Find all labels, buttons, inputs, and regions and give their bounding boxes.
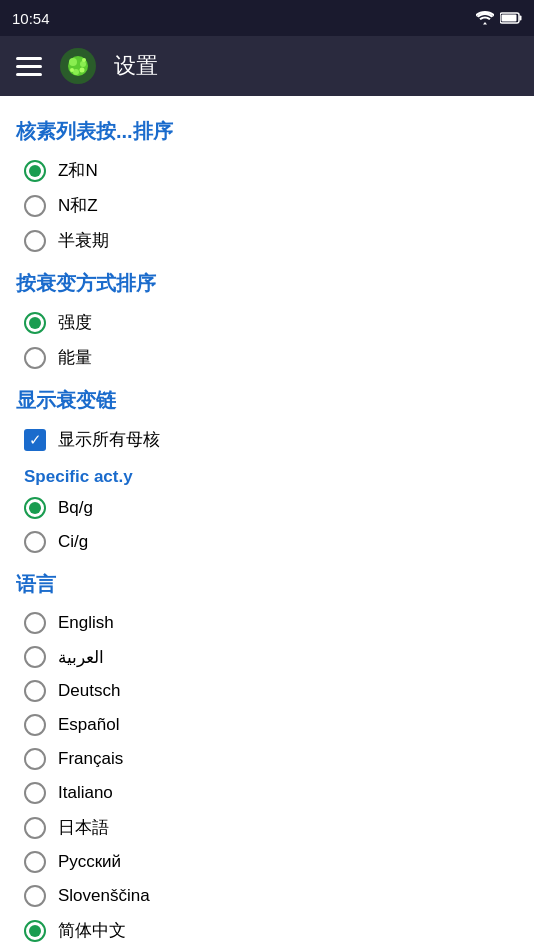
radio-slovenscina-label: Slovenščina xyxy=(58,886,150,906)
radio-halflife-outer xyxy=(24,230,46,252)
svg-rect-1 xyxy=(520,16,522,21)
radio-francais[interactable]: Français xyxy=(16,742,518,776)
radio-n-z[interactable]: N和Z xyxy=(16,188,518,223)
section-specific-act-heading: Specific act.y xyxy=(24,467,510,487)
top-bar: 设置 xyxy=(0,36,534,96)
radio-english[interactable]: English xyxy=(16,606,518,640)
radio-halflife-label: 半衰期 xyxy=(58,229,109,252)
radio-intensity-label: 强度 xyxy=(58,311,92,334)
radio-z-n-inner xyxy=(29,165,41,177)
radio-ci-g[interactable]: Ci/g xyxy=(16,525,518,559)
radio-ci-g-outer xyxy=(24,531,46,553)
radio-arabic-outer xyxy=(24,646,46,668)
checkbox-show-all-parents-box: ✓ xyxy=(24,429,46,451)
radio-bq-g-inner xyxy=(29,502,41,514)
radio-ci-g-label: Ci/g xyxy=(58,532,88,552)
svg-point-9 xyxy=(70,68,74,72)
radio-english-label: English xyxy=(58,613,114,633)
radio-simplified-chinese-label: 简体中文 xyxy=(58,919,126,942)
radio-espanol[interactable]: Español xyxy=(16,708,518,742)
radio-bq-g-outer xyxy=(24,497,46,519)
radio-simplified-chinese[interactable]: 简体中文 xyxy=(16,913,518,948)
radio-deutsch[interactable]: Deutsch xyxy=(16,674,518,708)
radio-arabic-label: العربية xyxy=(58,647,104,668)
section-sort-list-heading: 核素列表按...排序 xyxy=(16,118,518,145)
settings-content: 核素列表按...排序 Z和N N和Z 半衰期 按衰变方式排序 强度 能量 显示衰… xyxy=(0,96,534,950)
radio-italiano-outer xyxy=(24,782,46,804)
radio-japanese-outer xyxy=(24,817,46,839)
checkbox-show-all-parents[interactable]: ✓ 显示所有母核 xyxy=(16,422,518,457)
radio-energy[interactable]: 能量 xyxy=(16,340,518,375)
radio-z-n[interactable]: Z和N xyxy=(16,153,518,188)
radio-japanese[interactable]: 日本語 xyxy=(16,810,518,845)
battery-icon xyxy=(500,12,522,24)
radio-english-outer xyxy=(24,612,46,634)
radio-italiano[interactable]: Italiano xyxy=(16,776,518,810)
app-logo xyxy=(58,46,98,86)
radio-deutsch-label: Deutsch xyxy=(58,681,120,701)
radio-halflife[interactable]: 半衰期 xyxy=(16,223,518,258)
radio-z-n-label: Z和N xyxy=(58,159,98,182)
radio-russian-outer xyxy=(24,851,46,873)
radio-n-z-label: N和Z xyxy=(58,194,98,217)
radio-deutsch-outer xyxy=(24,680,46,702)
radio-arabic[interactable]: العربية xyxy=(16,640,518,674)
radio-francais-label: Français xyxy=(58,749,123,769)
radio-bq-g-label: Bq/g xyxy=(58,498,93,518)
radio-simplified-chinese-inner xyxy=(29,925,41,937)
radio-intensity-outer xyxy=(24,312,46,334)
radio-slovenscina-outer xyxy=(24,885,46,907)
radio-simplified-chinese-outer xyxy=(24,920,46,942)
section-sort-decay-heading: 按衰变方式排序 xyxy=(16,270,518,297)
radio-japanese-label: 日本語 xyxy=(58,816,109,839)
radio-espanol-outer xyxy=(24,714,46,736)
radio-italiano-label: Italiano xyxy=(58,783,113,803)
status-icons xyxy=(476,11,522,25)
radio-intensity[interactable]: 强度 xyxy=(16,305,518,340)
checkmark-icon: ✓ xyxy=(29,432,42,447)
section-language-heading: 语言 xyxy=(16,571,518,598)
section-show-chain-heading: 显示衰变链 xyxy=(16,387,518,414)
radio-russian[interactable]: Русский xyxy=(16,845,518,879)
svg-point-6 xyxy=(80,61,86,67)
radio-energy-outer xyxy=(24,347,46,369)
radio-n-z-outer xyxy=(24,195,46,217)
wifi-icon xyxy=(476,11,494,25)
radio-russian-label: Русский xyxy=(58,852,121,872)
app-title: 设置 xyxy=(114,51,158,81)
radio-z-n-outer xyxy=(24,160,46,182)
radio-bq-g[interactable]: Bq/g xyxy=(16,491,518,525)
radio-energy-label: 能量 xyxy=(58,346,92,369)
svg-point-5 xyxy=(69,58,77,66)
hamburger-menu[interactable] xyxy=(16,57,42,76)
checkbox-show-all-parents-label: 显示所有母核 xyxy=(58,428,160,451)
radio-francais-outer xyxy=(24,748,46,770)
radio-intensity-inner xyxy=(29,317,41,329)
svg-point-10 xyxy=(82,58,86,62)
svg-rect-2 xyxy=(502,15,517,22)
status-bar: 10:54 xyxy=(0,0,534,36)
radio-espanol-label: Español xyxy=(58,715,119,735)
status-time: 10:54 xyxy=(12,10,50,27)
radio-slovenscina[interactable]: Slovenščina xyxy=(16,879,518,913)
svg-point-8 xyxy=(80,68,85,73)
